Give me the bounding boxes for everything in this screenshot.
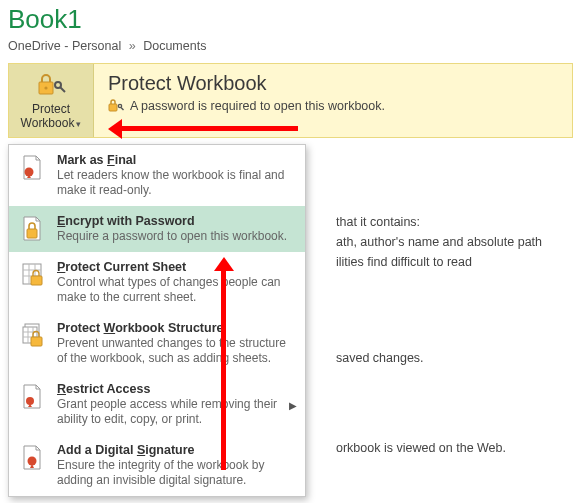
menu-encrypt-desc: Require a password to open this workbook… bbox=[57, 229, 295, 244]
svg-point-12 bbox=[26, 397, 34, 405]
protect-workbook-button[interactable]: Protect Workbook▾ bbox=[9, 64, 94, 137]
document-final-icon bbox=[19, 153, 47, 198]
svg-point-4 bbox=[118, 104, 121, 107]
document-lock-icon bbox=[19, 214, 47, 244]
menu-protect-structure-desc: Prevent unwanted changes to the structur… bbox=[57, 336, 295, 366]
menu-mark-as-final[interactable]: Mark as Final Let readers know the workb… bbox=[9, 145, 305, 206]
breadcrumb-part2[interactable]: Documents bbox=[143, 39, 206, 53]
banner-status-text: A password is required to open this work… bbox=[130, 99, 385, 113]
submenu-arrow-icon: ▶ bbox=[289, 399, 297, 410]
breadcrumb-part1[interactable]: OneDrive - Personal bbox=[8, 39, 121, 53]
menu-encrypt-with-password[interactable]: Encrypt with Password Require a password… bbox=[9, 206, 305, 252]
menu-restrict-access[interactable]: Restrict Access Grant people access whil… bbox=[9, 374, 305, 435]
menu-protect-structure-title: Protect Workbook Structure bbox=[57, 321, 295, 335]
menu-protect-sheet-title: Protect Current Sheet bbox=[57, 260, 295, 274]
page-title: Book1 bbox=[0, 0, 581, 37]
lock-key-small-icon bbox=[108, 99, 124, 113]
annotation-arrow-vertical bbox=[221, 261, 226, 470]
protect-workbook-label: Protect Workbook▾ bbox=[13, 102, 89, 131]
breadcrumb: OneDrive - Personal » Documents bbox=[0, 37, 581, 63]
document-badge-icon bbox=[19, 382, 47, 427]
menu-mark-as-final-desc: Let readers know the workbook is final a… bbox=[57, 168, 295, 198]
annotation-arrow-horizontal bbox=[112, 126, 298, 131]
breadcrumb-sep: » bbox=[129, 39, 136, 53]
lock-key-icon bbox=[13, 72, 89, 98]
svg-point-1 bbox=[44, 86, 47, 89]
inspect-workbook-block: that it contains: ath, author's name and… bbox=[310, 200, 542, 272]
protect-workbook-dropdown: Mark as Final Let readers know the workb… bbox=[8, 144, 306, 497]
menu-encrypt-title: Encrypt with Password bbox=[57, 214, 295, 228]
svg-rect-3 bbox=[109, 104, 117, 111]
sheet-lock-icon bbox=[19, 260, 47, 305]
menu-protect-current-sheet[interactable]: Protect Current Sheet Control what types… bbox=[9, 252, 305, 313]
chevron-down-icon: ▾ bbox=[76, 119, 81, 129]
svg-rect-11 bbox=[31, 337, 42, 346]
menu-restrict-title: Restrict Access bbox=[57, 382, 295, 396]
menu-protect-workbook-structure[interactable]: Protect Workbook Structure Prevent unwan… bbox=[9, 313, 305, 374]
menu-mark-as-final-title: Mark as Final bbox=[57, 153, 295, 167]
versions-block: saved changes. bbox=[310, 336, 424, 368]
menu-add-digital-signature[interactable]: Add a Digital Signature Ensure the integ… bbox=[9, 435, 305, 496]
sheets-lock-icon bbox=[19, 321, 47, 366]
menu-protect-sheet-desc: Control what types of changes people can… bbox=[57, 275, 295, 305]
banner-heading: Protect Workbook bbox=[108, 72, 385, 95]
menu-signature-title: Add a Digital Signature bbox=[57, 443, 295, 457]
svg-rect-8 bbox=[31, 276, 42, 285]
browser-view-block: orkbook is viewed on the Web. bbox=[310, 426, 506, 458]
menu-signature-desc: Ensure the integrity of the workbook by … bbox=[57, 458, 295, 488]
menu-restrict-desc: Grant people access while removing their… bbox=[57, 397, 295, 427]
svg-rect-6 bbox=[27, 229, 37, 238]
document-seal-icon bbox=[19, 443, 47, 488]
